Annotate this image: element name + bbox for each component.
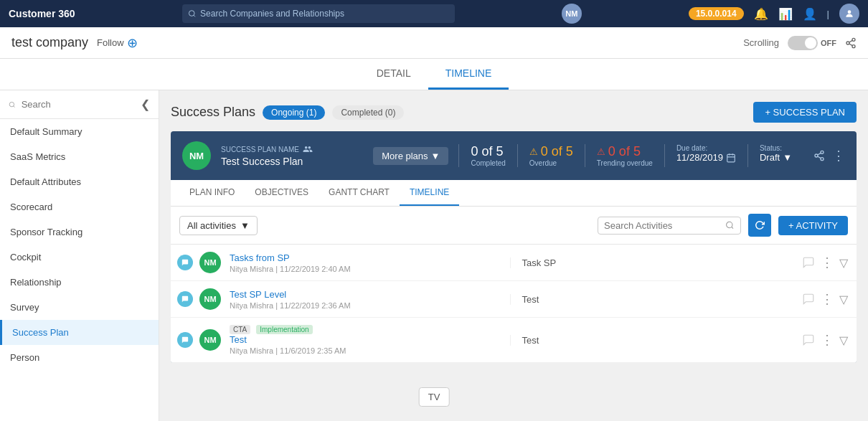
timeline-line [179, 291, 191, 307]
plan-tab-objectives[interactable]: OBJECTIVES [245, 180, 319, 206]
plan-avatar: NM [182, 141, 211, 170]
completed-stat: 0 of 5 Completed [458, 144, 516, 167]
plan-more-icon[interactable]: ⋮ [832, 148, 845, 164]
success-plans-title: Success Plans [171, 105, 255, 120]
sidebar-item-default-summary[interactable]: Default Summary [0, 119, 159, 144]
activity-title[interactable]: Test [230, 334, 501, 345]
company-header: test company Follow ⊕ Scrolling OFF [0, 27, 868, 59]
activities-toolbar: All activities ▼ + ACTIVITY [171, 207, 857, 245]
notifications-icon[interactable]: 🔔 [754, 7, 768, 21]
plan-tab-gantt[interactable]: GANTT CHART [319, 180, 400, 206]
ongoing-tab[interactable]: Ongoing (1) [263, 105, 325, 120]
plan-stats: 0 of 5 Completed ⚠ 0 of 5 Overdue ⚠ 0 [458, 144, 803, 167]
top-nav-right: 15.0.0.014 🔔 📊 👤 | [689, 4, 859, 24]
completed-tab[interactable]: Completed (0) [332, 105, 404, 120]
activities-search-input[interactable] [604, 220, 721, 231]
sidebar-item-sponsor-tracking[interactable]: Sponsor Tracking [0, 219, 159, 245]
global-search-container[interactable] [182, 4, 455, 23]
sidebar-item-person[interactable]: Person [0, 345, 159, 370]
activity-comment-icon[interactable] [802, 256, 815, 269]
activity-expand-icon[interactable]: ▽ [839, 293, 848, 306]
activity-avatar: NM [199, 288, 221, 310]
svg-rect-10 [727, 154, 735, 162]
activity-comment-icon[interactable] [802, 334, 815, 346]
tv-button[interactable]: TV [419, 387, 450, 407]
activity-meta: Nitya Mishra | 11/6/2019 2:35 AM [230, 346, 501, 355]
activity-more-icon[interactable]: ⋮ [821, 332, 834, 348]
version-badge: 15.0.0.014 [689, 7, 744, 20]
sidebar-item-survey[interactable]: Survey [0, 295, 159, 320]
comment-dot-icon [181, 336, 189, 344]
svg-line-7 [849, 40, 853, 42]
activity-info: CTA Implementation Test Nitya Mishra | 1… [230, 325, 501, 355]
reports-icon[interactable]: 📊 [778, 7, 793, 21]
add-success-plan-button[interactable]: + SUCCESS PLAN [753, 102, 857, 123]
follow-plus-icon: ⊕ [127, 35, 138, 51]
svg-point-4 [846, 42, 849, 44]
share-icon[interactable] [845, 37, 857, 49]
sidebar-search-container[interactable]: ❮ [0, 90, 159, 119]
timeline-dot [177, 291, 193, 307]
cta-badge: CTA [230, 325, 250, 334]
user-avatar-top[interactable]: NM [562, 4, 582, 24]
activity-actions: ⋮ ▽ [802, 255, 848, 270]
plan-info: SUCCESS PLAN NAME Test Success Plan [221, 144, 363, 167]
activity-expand-icon[interactable]: ▽ [839, 334, 848, 347]
activity-comment-icon[interactable] [802, 293, 815, 306]
follow-button[interactable]: Follow ⊕ [97, 35, 138, 51]
activities-search-container[interactable] [598, 217, 741, 235]
main-content: Success Plans Ongoing (1) Completed (0) … [159, 90, 868, 421]
activity-title[interactable]: Tasks from SP [230, 252, 501, 263]
sidebar-item-success-plan[interactable]: Success Plan [0, 320, 159, 345]
more-plans-button[interactable]: More plans ▼ [373, 147, 448, 165]
plan-tab-timeline[interactable]: TIMELINE [400, 180, 459, 206]
svg-point-15 [815, 154, 818, 157]
sidebar-item-scorecard[interactable]: Scorecard [0, 194, 159, 219]
activity-info: Tasks from SP Nitya Mishra | 11/22/2019 … [230, 252, 501, 273]
plan-card: NM SUCCESS PLAN NAME Test Success Plan M… [171, 131, 857, 363]
plan-actions: ⋮ [813, 148, 845, 164]
svg-point-8 [9, 102, 14, 106]
timeline-dot [177, 332, 193, 348]
help-icon[interactable]: 👤 [803, 7, 817, 21]
toggle-track[interactable] [788, 36, 818, 50]
sidebar-item-default-attributes[interactable]: Default Attributes [0, 169, 159, 194]
overdue-stat: ⚠ 0 of 5 Overdue [517, 144, 585, 167]
activity-title[interactable]: Test SP Level [230, 289, 501, 300]
plan-tab-info[interactable]: PLAN INFO [179, 180, 245, 206]
status-section: Status: Draft ▼ [747, 144, 803, 167]
activity-avatar: NM [199, 252, 221, 273]
svg-line-6 [849, 44, 853, 46]
activity-description: Test [510, 294, 794, 305]
main-tabs: DETAIL TIMELINE [0, 59, 868, 90]
svg-point-14 [821, 151, 824, 153]
sidebar-item-saas-metrics[interactable]: SaaS Metrics [0, 144, 159, 169]
sidebar-item-cockpit[interactable]: Cockpit [0, 245, 159, 270]
activity-more-icon[interactable]: ⋮ [821, 291, 834, 307]
activity-description: Test [510, 335, 794, 346]
activity-more-icon[interactable]: ⋮ [821, 255, 834, 270]
svg-line-20 [732, 227, 733, 228]
activity-expand-icon[interactable]: ▽ [839, 256, 848, 270]
timeline-line [179, 332, 191, 348]
activity-info: Test SP Level Nitya Mishra | 11/22/2019 … [230, 289, 501, 310]
body-container: ❮ Default Summary SaaS Metrics Default A… [0, 90, 868, 421]
activity-description: Task SP [510, 257, 794, 268]
plan-share-icon[interactable] [813, 150, 825, 161]
calendar-icon[interactable] [726, 153, 736, 163]
tab-detail[interactable]: DETAIL [359, 59, 428, 90]
user-avatar-nav[interactable] [839, 4, 859, 24]
sidebar-collapse-icon[interactable]: ❮ [141, 98, 150, 111]
toggle-thumb [805, 37, 816, 49]
sidebar-item-relationship[interactable]: Relationship [0, 270, 159, 295]
refresh-button[interactable] [748, 214, 771, 237]
tab-timeline[interactable]: TIMELINE [428, 59, 509, 90]
svg-line-1 [194, 15, 195, 16]
activities-filter[interactable]: All activities ▼ [179, 216, 258, 235]
global-search-input[interactable] [200, 9, 449, 19]
activity-avatar: NM [199, 329, 221, 351]
sidebar-search-input[interactable] [22, 99, 135, 110]
scrolling-toggle[interactable]: OFF [788, 36, 836, 50]
plan-tabs: PLAN INFO OBJECTIVES GANTT CHART TIMELIN… [171, 180, 857, 207]
add-activity-button[interactable]: + ACTIVITY [778, 216, 848, 235]
